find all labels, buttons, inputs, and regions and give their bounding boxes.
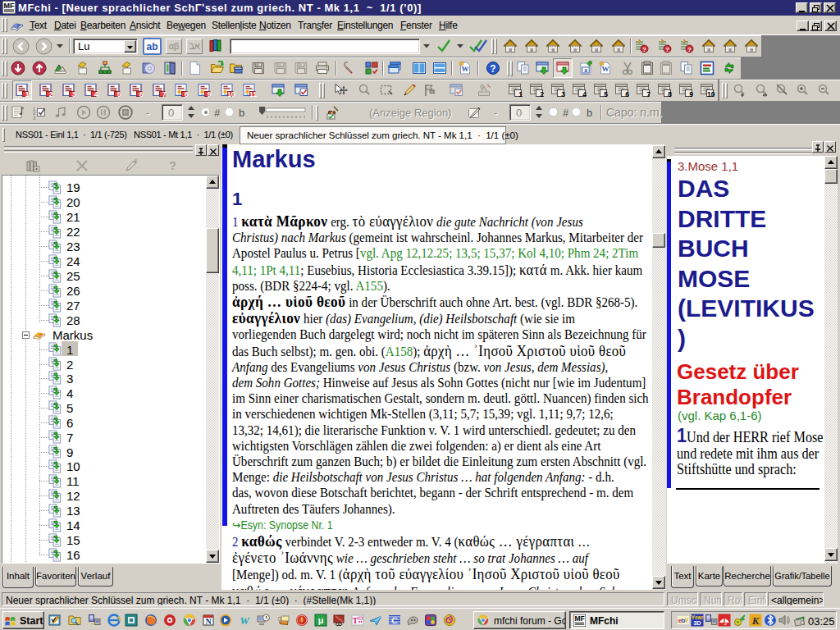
svg-text:T: T: [353, 616, 358, 625]
svg-text:K: K: [751, 614, 760, 627]
svg-text:C: C: [391, 615, 398, 625]
svg-text:3D: 3D: [693, 619, 701, 627]
svg-text:μ: μ: [318, 615, 324, 625]
svg-text:Y: Y: [684, 617, 689, 624]
svg-text:W: W: [240, 614, 250, 627]
svg-text:N: N: [205, 617, 212, 626]
